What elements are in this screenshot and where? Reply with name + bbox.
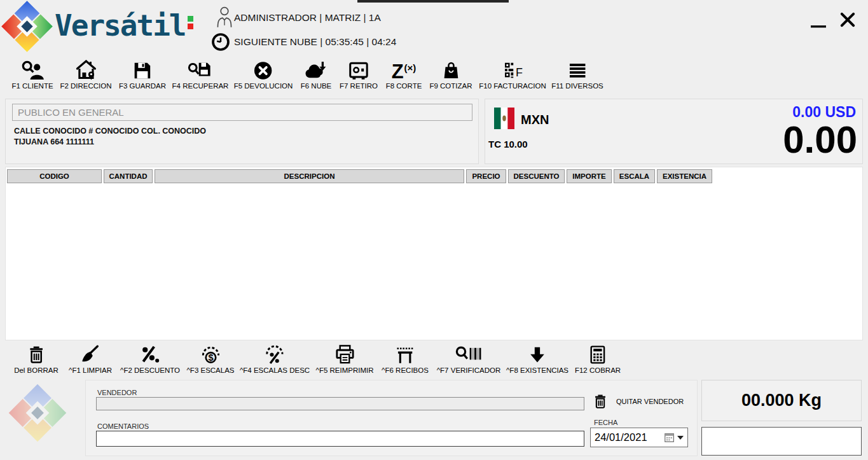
toolbar-button-corte[interactable]: Z(×) F8 CORTE [386,57,422,90]
menu-lines-icon [567,60,588,81]
search-barcode-icon [452,344,485,366]
close-button[interactable] [837,10,858,30]
trash-icon [26,344,46,366]
session-info: ADMINISTRADOR | MATRIZ | 1A [234,12,381,24]
customer-address-line1: CALLE CONOCIDO # CONOCIDO COL. CONOCIDO [14,127,206,136]
column-header-codigo[interactable]: CODIGO [7,169,102,183]
toolbar-button-borrar[interactable]: Del BORRAR [14,342,59,374]
toolbar-button-existencias[interactable]: ^F8 EXISTENCIAS [506,342,568,374]
calendar-icon [664,432,675,443]
fecha-label: FECHA [594,419,617,426]
sale-footer-form: VENDEDOR COMENTARIOS QUITAR VENDEDOR FEC… [85,380,698,456]
brand-name: Versátil [55,8,186,43]
quitar-vendedor-label: QUITAR VENDEDOR [616,398,684,405]
toolbar-button-recibos[interactable]: ^F6 RECIBOS [382,342,429,374]
toolbar-button-cliente[interactable]: F1 CLIENTE [11,57,53,90]
sale-total: 0.00 [783,121,857,159]
receipt-printer-icon [394,344,417,366]
toolbar-button-cobrar[interactable]: F12 COBRAR [575,342,621,374]
cloud-status: SIGUIENTE NUBE | 05:35:45 | 04:24 [234,36,396,48]
fecha-datepicker[interactable]: 24/01/2021 [590,428,688,447]
house-pin-icon [74,59,98,81]
column-header-descripcion[interactable]: DESCRIPCION [155,169,464,183]
brand-logo-icon [1,1,53,52]
brand-dots-icon [188,16,193,29]
toolbar-button-retiro[interactable]: F7 RETIRO [340,57,378,90]
column-header-existencia[interactable]: EXISTENCIA [657,169,712,183]
column-header-cantidad[interactable]: CANTIDAD [104,169,153,183]
trash-small-icon [592,392,609,411]
shopping-bag-icon [441,59,461,81]
toolbar-button-recuperar[interactable]: F4 RECUPERAR [172,57,229,90]
comentarios-input[interactable] [96,431,584,447]
column-header-precio[interactable]: PRECIO [466,169,506,183]
svg-text:F: F [516,66,523,79]
circle-x-icon [252,60,274,81]
column-header-importe[interactable]: IMPORTE [567,169,612,183]
toolbar-button-limpiar[interactable]: ^F1 LIMPIAR [69,342,112,374]
search-floppy-icon [186,60,215,81]
toolbar-button-escalas[interactable]: $ ^F3 ESCALAS [186,342,234,374]
fecha-value: 24/01/2021 [591,431,664,443]
down-arrow-icon [528,344,547,366]
column-header-descuento[interactable]: DESCUENTO [508,169,565,183]
toolbar-button-escalas-desc[interactable]: ^F4 ESCALAS DESC [240,342,310,374]
vendedor-input[interactable] [96,397,584,410]
toolbar-button-verificador[interactable]: ^F7 VERIFICADOR [437,342,501,374]
quitar-vendedor-button[interactable]: QUITAR VENDEDOR [592,392,684,411]
search-person-icon [17,59,48,81]
brand-wordmark: Versátil [55,8,193,43]
items-table-body[interactable] [5,167,863,340]
dropdown-arrow-icon [677,436,684,440]
customer-address-line2: TIJUANA 664 1111111 [14,137,94,146]
cloud-download-icon [303,59,329,81]
customer-panel: CALLE CONOCIDO # CONOCIDO COL. CONOCIDO … [5,99,479,164]
z-report-icon: Z(×) [392,62,417,81]
column-header-escala[interactable]: ESCALA [614,169,655,183]
top-accent-bar [357,0,509,3]
user-icon [212,5,237,29]
calculator-icon [588,344,608,366]
toolbar-button-nube[interactable]: F6 NUBE [301,57,332,90]
pos-window: Versátil ADMINISTRADOR | MATRIZ | 1A SIG… [0,0,868,460]
minimize-button[interactable] [809,17,828,31]
percent-icon [139,344,162,366]
toolbar-button-direccion[interactable]: F2 DIRECCION [60,57,111,90]
customer-name-input[interactable] [12,104,472,121]
gauge-percent-icon [263,344,287,366]
comentarios-label: COMENTARIOS [97,422,149,430]
broom-icon [79,344,101,366]
toolbar-button-devolucion[interactable]: F5 DEVOLUCION [234,57,293,90]
capture-input[interactable] [701,427,862,456]
toolbar-button-cotizar[interactable]: F9 COTIZAR [429,57,472,90]
watermark-logo [9,384,67,442]
safe-icon [347,60,370,81]
mexico-flag-icon [494,108,514,129]
svg-text:$: $ [208,352,213,363]
currency-panel: MXN TC 10.00 0.00 USD 0.00 [485,99,863,164]
exchange-rate: TC 10.00 [488,139,528,150]
floppy-icon [132,60,153,81]
toolbar-button-descuento[interactable]: ^F2 DESCUENTO [120,342,180,374]
weight-value: 00.000 Kg [741,391,822,410]
currency-code: MXN [521,113,549,127]
toolbar-button-diversos[interactable]: F11 DIVERSOS [551,57,603,90]
qr-invoice-icon: F [499,60,526,81]
toolbar-button-guardar[interactable]: F3 GUARDAR [119,57,166,90]
toolbar-button-reimprimir[interactable]: ^F5 REIMPRIMIR [315,342,373,374]
items-table-header: CODIGO CANTIDAD DESCRIPCION PRECIO DESCU… [7,169,712,183]
gauge-dollar-icon: $ [198,344,223,366]
clock-icon [210,32,231,52]
printer-icon [333,344,356,366]
vendedor-label: VENDEDOR [97,389,137,396]
weight-panel: 00.000 Kg [701,380,862,421]
toolbar-button-facturacion[interactable]: F F10 FACTURACION [479,57,546,90]
